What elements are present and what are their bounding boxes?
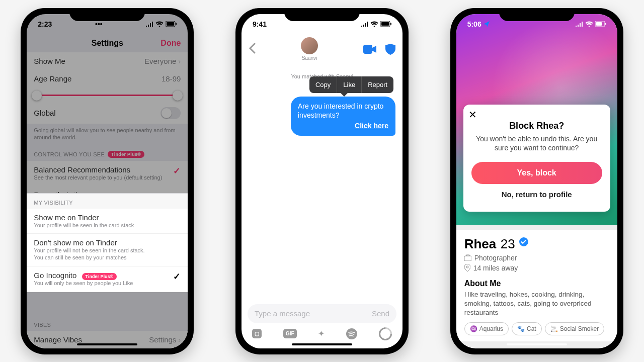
no-return-button[interactable]: No, return to profile <box>471 184 602 205</box>
chat-toolbar: ▢ GIF ✦ <box>242 325 403 342</box>
row-manage-vibes[interactable]: Manage Vibes Settings› <box>27 331 188 348</box>
phone-settings: 2:23 ••• Settings Done Show Me Everyone›… <box>21 8 194 354</box>
row-label: Show Me <box>34 57 65 65</box>
global-toggle[interactable] <box>160 107 181 119</box>
check-icon: ✓ <box>173 165 181 176</box>
message-composer[interactable]: Type a message Send <box>248 304 396 323</box>
gif-icon[interactable]: GIF <box>283 329 297 338</box>
signal-icon <box>360 22 368 27</box>
row-sub: You will only be seen by people you Like <box>34 280 133 287</box>
slider-thumb-min[interactable] <box>32 90 42 101</box>
row-label: Age Range <box>34 74 71 83</box>
yes-block-button[interactable]: Yes, block <box>471 162 602 184</box>
svg-point-13 <box>466 266 468 268</box>
svg-rect-10 <box>605 23 606 25</box>
svg-rect-6 <box>363 45 372 54</box>
home-indicator <box>507 343 567 345</box>
battery-icon <box>166 21 177 27</box>
distance: 14 miles away <box>473 264 518 272</box>
clock: 2:23 <box>38 20 52 28</box>
message-bubble[interactable]: Are you interested in crypto investments… <box>291 97 395 136</box>
menu-copy[interactable]: Copy <box>309 76 337 93</box>
row-value: Everyone <box>144 57 176 65</box>
chevron-right-icon: › <box>178 57 181 65</box>
row-value: Settings <box>149 335 176 344</box>
profile-info: Rhea 23 Photographer 14 miles away About… <box>456 230 617 342</box>
location-pin-icon <box>464 264 470 272</box>
signal-icon <box>575 22 583 27</box>
row-balanced[interactable]: Balanced Recommendations See the most re… <box>27 161 188 186</box>
chat-header: Saanvi <box>242 34 403 64</box>
age-slider[interactable] <box>27 87 188 103</box>
svg-rect-5 <box>390 23 391 25</box>
row-label: Global <box>34 109 55 117</box>
message-context-menu: Copy Like Report <box>309 76 393 93</box>
row-show-me[interactable]: Show Me Everyone› <box>27 52 188 70</box>
composer-placeholder: Type a message <box>255 309 310 318</box>
done-button[interactable]: Done <box>160 39 181 48</box>
svg-rect-12 <box>464 256 471 261</box>
dialog-body: You won't be able to undo this. Are you … <box>471 134 602 153</box>
wifi-icon <box>370 21 378 27</box>
row-title: Show me on Tinder <box>34 213 99 222</box>
video-icon[interactable] <box>363 45 376 54</box>
battery-icon <box>380 21 391 27</box>
location-icon <box>483 21 490 28</box>
slider-thumb-max[interactable] <box>173 90 183 101</box>
send-button[interactable]: Send <box>372 309 389 318</box>
avatar <box>301 37 318 54</box>
section-visibility-header: MY VISIBILITY <box>27 194 188 209</box>
message-link[interactable]: Click here <box>298 121 388 131</box>
close-button[interactable]: ✕ <box>468 109 477 121</box>
section-control-header: CONTROL WHO YOU SEE Tinder Plus® <box>27 145 188 161</box>
briefcase-icon <box>464 254 471 261</box>
row-title: Don't show me on Tinder <box>34 238 117 247</box>
home-indicator <box>292 343 352 345</box>
back-button[interactable] <box>249 43 256 56</box>
message-text: Are you interested in crypto investments… <box>298 102 383 120</box>
row-show-on-tinder[interactable]: Show me on Tinder Your profile will be s… <box>27 209 188 234</box>
row-age-range[interactable]: Age Range 18-99 <box>27 70 188 87</box>
row-dont-show[interactable]: Don't show me on Tinder Your profile wil… <box>27 234 188 266</box>
block-dialog: ✕ Block Rhea? You won't be able to undo … <box>463 105 610 212</box>
global-hint: Going global will allow you to see peopl… <box>27 124 188 145</box>
home-indicator <box>77 343 137 345</box>
row-value: 18-99 <box>162 74 181 83</box>
row-global[interactable]: Global <box>27 103 188 124</box>
page-title: Settings <box>92 39 123 48</box>
noonlight-icon[interactable] <box>376 324 394 343</box>
signal-icon <box>145 22 153 27</box>
sticker-icon[interactable]: ✦ <box>318 329 325 338</box>
pill-zodiac: ♒ Aquarius <box>464 322 509 335</box>
section-vibes-header: VIBES <box>27 316 188 331</box>
row-sub: See the most relevant people to you (def… <box>34 174 162 182</box>
phone-chat: 9:41 Saanvi You matched with Saanvi Copy… <box>235 8 409 354</box>
svg-rect-2 <box>176 23 177 25</box>
dialog-title: Block Rhea? <box>471 121 602 131</box>
about-header: About Me <box>464 279 609 288</box>
row-incognito[interactable]: Go Incognito Tinder Plus® You will only … <box>27 266 188 292</box>
row-label: Manage Vibes <box>34 335 82 344</box>
status-dots: ••• <box>95 20 103 28</box>
svg-rect-1 <box>167 22 174 26</box>
match-name: Saanvi <box>301 55 318 61</box>
clock: 9:41 <box>253 20 267 28</box>
clock: 5:06 <box>467 20 481 28</box>
profile-age: 23 <box>501 236 515 251</box>
occupation: Photographer <box>474 254 517 262</box>
row-sub: Your profile will be seen in the card st… <box>34 222 134 229</box>
menu-report[interactable]: Report <box>361 76 393 93</box>
profile-button[interactable]: Saanvi <box>301 37 318 61</box>
menu-like[interactable]: Like <box>337 76 361 93</box>
wifi-icon <box>585 21 593 27</box>
wifi-icon <box>155 21 164 27</box>
shield-icon[interactable] <box>385 44 395 55</box>
bio: I like traveling, hokes, cooking, drinki… <box>464 290 609 318</box>
notch <box>284 8 360 21</box>
spotify-icon[interactable] <box>346 328 357 339</box>
nav-bar: Settings Done <box>27 34 188 52</box>
svg-rect-4 <box>381 22 389 26</box>
notch <box>69 8 145 21</box>
contact-card-icon[interactable]: ▢ <box>252 329 262 338</box>
visibility-sheet: MY VISIBILITY Show me on Tinder Your pro… <box>27 193 188 292</box>
